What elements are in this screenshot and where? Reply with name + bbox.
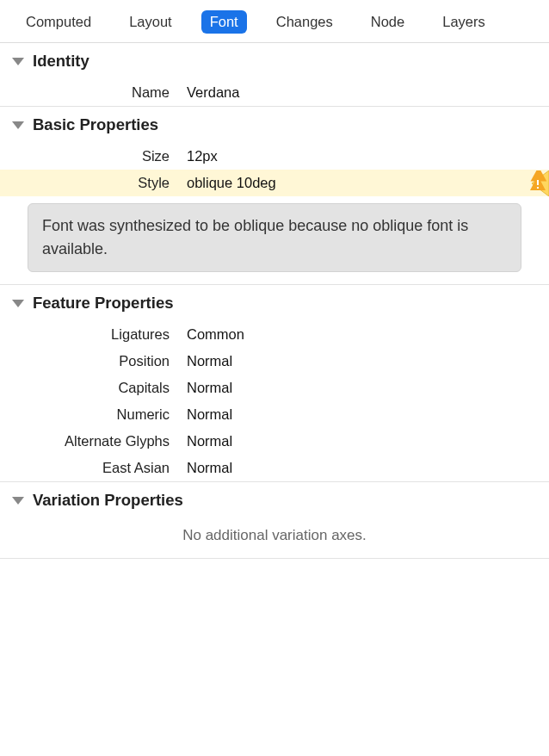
label-size: Size <box>0 148 178 164</box>
tab-node[interactable]: Node <box>362 10 413 34</box>
row-size: Size 12px <box>0 143 549 170</box>
label-numeric: Numeric <box>0 406 178 423</box>
tab-layout[interactable]: Layout <box>120 10 181 34</box>
tab-font[interactable]: Font <box>201 10 247 34</box>
tab-computed[interactable]: Computed <box>17 10 100 34</box>
value-numeric: Normal <box>178 406 549 423</box>
section-header-basic[interactable]: Basic Properties <box>0 107 549 143</box>
tab-changes[interactable]: Changes <box>268 10 342 34</box>
row-ligatures: Ligatures Common <box>0 321 549 348</box>
value-eastasian: Normal <box>178 460 549 476</box>
label-capitals: Capitals <box>0 380 178 396</box>
variation-empty-message: No additional variation axes. <box>0 518 549 558</box>
chevron-down-icon <box>12 300 24 307</box>
chevron-down-icon <box>12 58 24 65</box>
section-header-identity[interactable]: Identity <box>0 43 549 79</box>
value-alternate: Normal <box>178 433 549 449</box>
label-style: Style <box>0 175 178 191</box>
section-title-basic: Basic Properties <box>33 115 158 134</box>
row-style: Style oblique 10deg <box>0 170 549 196</box>
section-variation: Variation Properties No additional varia… <box>0 482 549 559</box>
warning-tooltip: Font was synthesized to be oblique becau… <box>28 203 521 272</box>
label-alternate: Alternate Glyphs <box>0 433 178 449</box>
row-name: Name Verdana <box>0 79 549 106</box>
row-eastasian: East Asian Normal <box>0 455 549 481</box>
label-name: Name <box>0 84 178 101</box>
row-capitals: Capitals Normal <box>0 375 549 401</box>
label-eastasian: East Asian <box>0 460 178 476</box>
svg-rect-2 <box>537 187 539 189</box>
label-position: Position <box>0 353 178 369</box>
section-feature: Feature Properties Ligatures Common Posi… <box>0 285 549 482</box>
section-title-identity: Identity <box>33 52 89 71</box>
warning-icon[interactable] <box>525 170 549 196</box>
chevron-down-icon <box>12 497 24 505</box>
chevron-down-icon <box>12 121 24 129</box>
section-title-variation: Variation Properties <box>33 491 183 510</box>
value-name: Verdana <box>178 84 549 101</box>
value-capitals: Normal <box>178 380 549 396</box>
tab-bar: Computed Layout Font Changes Node Layers <box>0 0 549 43</box>
section-header-variation[interactable]: Variation Properties <box>0 482 549 518</box>
label-ligatures: Ligatures <box>0 326 178 343</box>
value-position: Normal <box>178 353 549 369</box>
value-size: 12px <box>178 148 549 164</box>
svg-rect-1 <box>537 180 539 185</box>
row-alternate: Alternate Glyphs Normal <box>0 428 549 455</box>
row-position: Position Normal <box>0 348 549 375</box>
row-numeric: Numeric Normal <box>0 401 549 428</box>
tab-layers[interactable]: Layers <box>434 10 494 34</box>
value-style: oblique 10deg <box>178 175 549 191</box>
section-title-feature: Feature Properties <box>33 294 173 313</box>
section-basic: Basic Properties Size 12px Style oblique… <box>0 107 549 285</box>
section-identity: Identity Name Verdana <box>0 43 549 107</box>
section-header-feature[interactable]: Feature Properties <box>0 285 549 321</box>
value-ligatures: Common <box>178 326 549 343</box>
